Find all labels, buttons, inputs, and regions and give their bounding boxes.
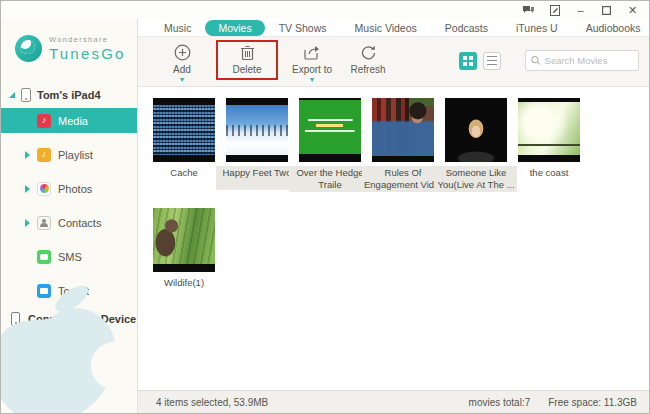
sidebar-item-label: Playlist [58,149,93,161]
movie-title: the coast [508,166,590,190]
playlist-icon: ♪ [37,148,51,162]
export-icon [303,44,321,61]
sidebar-item-sms[interactable]: SMS [1,244,137,269]
sms-icon [37,250,51,264]
tab-podcasts[interactable]: Podcasts [431,21,502,35]
chevron-right-icon[interactable] [25,151,30,159]
sidebar-item-label: SMS [58,251,82,263]
brand-logo-block: Wondershare TunesGo [1,19,137,62]
movie-title: Wildife(1) [143,276,225,300]
ipad-icon [21,88,31,102]
refresh-button[interactable]: Refresh [340,41,396,75]
sidebar-item-toolkit[interactable]: Toolkit [1,278,137,303]
add-button[interactable]: Add ▼ [154,41,210,83]
movie-thumbnail[interactable] [153,208,215,272]
maximize-icon[interactable] [600,5,613,16]
tunesgo-logo-icon [15,35,42,62]
search-input[interactable] [545,55,633,66]
media-icon: ♪ [37,114,51,128]
movie-thumbnail[interactable] [153,98,215,162]
movie-thumbnail[interactable] [299,98,361,162]
movie-card[interactable]: Over the Hedge Traile [299,98,361,192]
tunesgo-window: – ✕ Wondershare TunesGo Tom's iPad4 [0,0,650,414]
movie-grid: Cache Happy Feet Two Over the Hedge Trai… [138,87,649,390]
export-to-label: Export to [292,64,332,75]
tab-itunes-u[interactable]: iTunes U [502,21,572,35]
movie-title: Rules Of Engagement Vid... [362,166,444,192]
brand-product: TunesGo [49,45,126,62]
movie-title: Over the Hedge Traile [289,166,371,192]
export-to-button[interactable]: Export to ▼ [284,41,340,83]
sidebar-item-contacts[interactable]: Contacts [1,210,137,235]
grid-icon [463,56,473,66]
movie-card[interactable]: Wildife(1) [153,208,215,300]
tab-music[interactable]: Music [150,21,205,35]
chevron-right-icon[interactable] [25,219,30,227]
sidebar-item-playlist[interactable]: ♪ Playlist [1,142,137,167]
dropdown-caret-icon[interactable]: ▼ [179,76,186,83]
list-view-button[interactable] [483,52,501,70]
movie-card[interactable]: Happy Feet Two [226,98,288,192]
add-label: Add [173,64,191,75]
selection-status: 4 items selected, 53.9MB [156,397,268,408]
add-icon [174,44,191,61]
sidebar-item-photos[interactable]: Photos [1,176,137,201]
device-connect-icon [11,312,20,326]
tab-audiobooks[interactable]: Audiobooks [572,21,650,35]
device-name: Tom's iPad4 [37,89,101,101]
movie-card[interactable]: Rules Of Engagement Vid... [372,98,434,192]
delete-label: Delete [233,64,262,75]
search-icon [531,55,541,66]
movie-card[interactable]: the coast [518,98,580,192]
sidebar: Wondershare TunesGo Tom's iPad4 ♪ Media [1,19,138,413]
movie-thumbnail[interactable] [445,98,507,162]
sidebar-item-label: Contacts [58,217,101,229]
toolkit-icon [37,284,51,298]
sidebar-item-media[interactable]: ♪ Media [1,108,137,133]
movie-card[interactable]: Cache [153,98,215,192]
movie-thumbnail[interactable] [226,98,288,162]
photos-icon [37,182,51,196]
toolbar: Add ▼ Delete Export to ▼ Refresh [138,37,649,87]
movie-title: Someone Like You(Live At The ... [435,166,517,192]
tab-tv-shows[interactable]: TV Shows [265,21,341,35]
movie-title: Cache [143,166,225,190]
connect-label: Connect New Device [28,313,136,325]
movie-thumbnail[interactable] [518,98,580,162]
list-icon [487,56,497,65]
tab-movies[interactable]: Movies [205,20,264,36]
status-bar: 4 items selected, 53.9MB movies total:7 … [138,390,649,413]
minimize-icon[interactable]: – [574,5,587,16]
delete-button[interactable]: Delete [216,40,278,80]
chat-icon[interactable] [522,5,535,16]
delete-icon [240,44,255,61]
chevron-right-icon[interactable] [25,185,30,193]
titlebar: – ✕ [1,1,649,19]
media-type-tabs: Music Movies TV Shows Music Videos Podca… [138,19,649,37]
movie-card[interactable]: Someone Like You(Live At The ... [445,98,507,192]
sidebar-item-label: Toolkit [58,285,89,297]
refresh-label: Refresh [350,64,385,75]
movie-thumbnail[interactable] [372,98,434,162]
device-node[interactable]: Tom's iPad4 [1,84,137,108]
tab-music-videos[interactable]: Music Videos [341,21,431,35]
brand-company: Wondershare [49,35,126,44]
close-icon[interactable]: ✕ [626,5,639,16]
movies-total: movies total:7 [469,397,531,408]
contacts-icon [37,216,51,230]
search-box[interactable] [525,50,639,71]
movie-title: Happy Feet Two [216,166,298,190]
feedback-icon[interactable] [548,5,561,16]
expand-triangle-icon[interactable] [9,92,15,98]
refresh-icon [360,44,377,61]
free-space: Free space: 11.3GB [548,397,637,408]
dropdown-caret-icon[interactable]: ▼ [309,76,316,83]
sidebar-item-label: Photos [58,183,92,195]
sidebar-item-label: Media [58,115,88,127]
grid-view-button[interactable] [459,52,477,70]
connect-new-device[interactable]: Connect New Device [1,312,137,326]
